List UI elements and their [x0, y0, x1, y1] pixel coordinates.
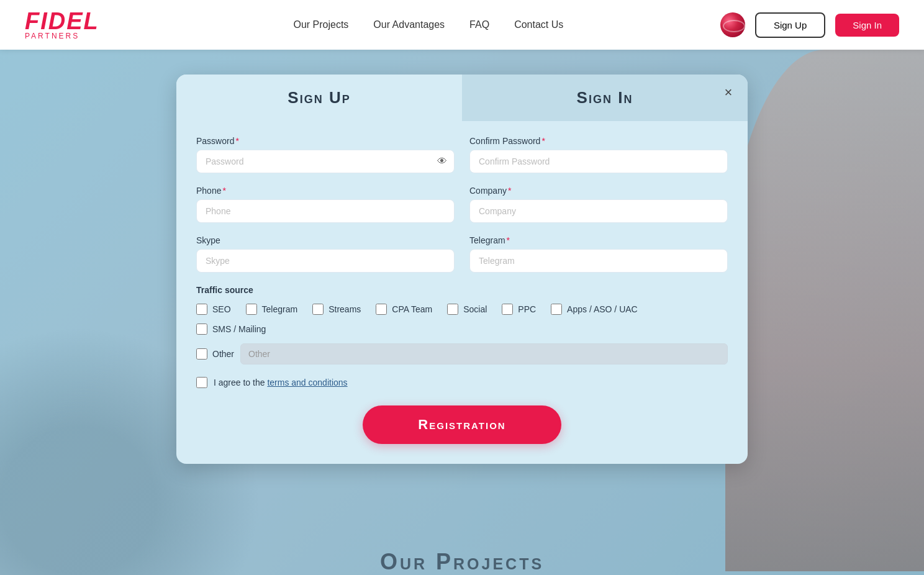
modal-tabs: Sign Up Sign In — [176, 75, 748, 121]
confirm-password-group: Confirm Password* — [469, 136, 728, 173]
other-row: Other — [196, 343, 728, 364]
checkbox-social-input[interactable] — [447, 304, 458, 315]
checkbox-seo[interactable]: SEO — [196, 304, 231, 315]
telegram-input[interactable] — [469, 249, 728, 273]
terms-checkbox[interactable] — [196, 377, 207, 388]
checkbox-other-input[interactable] — [196, 348, 207, 360]
nav-our-advantages[interactable]: Our Advantages — [373, 19, 445, 30]
checkbox-sms-input[interactable] — [196, 324, 207, 335]
signup-modal: × Sign Up Sign In Password* 👁 — [176, 75, 748, 464]
other-text-input[interactable] — [240, 343, 728, 364]
eye-toggle-icon[interactable]: 👁 — [437, 156, 447, 167]
checkbox-ppc-label: PPC — [518, 304, 536, 314]
password-label: Password* — [196, 136, 455, 146]
checkbox-cpa-team-input[interactable] — [376, 304, 387, 315]
checkbox-ppc[interactable]: PPC — [502, 304, 536, 315]
checkbox-seo-input[interactable] — [196, 304, 207, 315]
checkbox-telegram-input[interactable] — [246, 304, 257, 315]
telegram-group: Telegram* — [469, 235, 728, 273]
password-group: Password* 👁 — [196, 136, 455, 173]
terms-text: I agree to the terms and conditions — [214, 378, 348, 387]
checkbox-cpa-team[interactable]: CPA Team — [376, 304, 432, 315]
password-input[interactable] — [196, 150, 455, 173]
checkbox-social[interactable]: Social — [447, 304, 487, 315]
checkbox-streams[interactable]: Streams — [312, 304, 361, 315]
confirm-required: * — [541, 136, 545, 146]
password-required: * — [235, 136, 238, 146]
checkbox-other-label: Other — [212, 349, 234, 359]
checkbox-streams-label: Streams — [328, 304, 361, 314]
traffic-source-section: Traffic source SEO Telegram Streams — [196, 285, 728, 364]
navbar: FIDEL PARTNERS Our Projects Our Advantag… — [0, 0, 924, 50]
checkbox-telegram[interactable]: Telegram — [246, 304, 298, 315]
checkbox-telegram-label: Telegram — [262, 304, 298, 314]
password-row: Password* 👁 Confirm Password* — [196, 136, 728, 173]
company-group: Company* — [469, 186, 728, 223]
company-required: * — [508, 186, 511, 196]
skype-group: Skype — [196, 235, 455, 273]
skype-telegram-row: Skype Telegram* — [196, 235, 728, 273]
terms-row: I agree to the terms and conditions — [196, 377, 728, 388]
checkbox-other[interactable]: Other — [196, 348, 234, 360]
logo-fidel: FIDEL — [25, 9, 99, 33]
skype-input[interactable] — [196, 249, 455, 273]
phone-company-row: Phone* Company* — [196, 186, 728, 223]
checkbox-social-label: Social — [463, 304, 487, 314]
checkbox-apps-input[interactable] — [551, 304, 562, 315]
tab-signup[interactable]: Sign Up — [176, 75, 462, 121]
traffic-checkboxes-row2: SMS / Mailing — [196, 324, 728, 335]
logo: FIDEL PARTNERS — [25, 9, 99, 40]
bottom-heading: Our Projects — [380, 549, 544, 575]
nav-contact-us[interactable]: Contact Us — [514, 19, 563, 30]
tab-signin[interactable]: Sign In — [462, 75, 748, 121]
confirm-password-input[interactable] — [469, 150, 728, 173]
company-input[interactable] — [469, 199, 728, 223]
nav-our-projects[interactable]: Our Projects — [293, 19, 348, 30]
company-label: Company* — [469, 186, 728, 196]
traffic-checkboxes-row1: SEO Telegram Streams CPA Team — [196, 304, 728, 315]
registration-button[interactable]: Registration — [363, 405, 561, 444]
checkbox-sms-label: SMS / Mailing — [212, 324, 266, 334]
nav-links: Our Projects Our Advantages FAQ Contact … — [137, 19, 720, 30]
main-content: × Sign Up Sign In Password* 👁 — [0, 50, 924, 575]
nav-signup-button[interactable]: Sign Up — [755, 12, 825, 38]
language-globe-icon[interactable] — [720, 12, 745, 37]
nav-faq[interactable]: FAQ — [469, 19, 489, 30]
checkbox-ppc-input[interactable] — [502, 304, 513, 315]
phone-input[interactable] — [196, 199, 455, 223]
close-button[interactable]: × — [719, 83, 738, 102]
checkbox-apps-label: Apps / ASO / UAC — [567, 304, 638, 314]
phone-label: Phone* — [196, 186, 455, 196]
nav-signin-button[interactable]: Sign In — [835, 14, 899, 37]
checkbox-seo-label: SEO — [212, 304, 231, 314]
traffic-source-label: Traffic source — [196, 285, 728, 295]
confirm-password-label: Confirm Password* — [469, 136, 728, 146]
checkbox-sms-mailing[interactable]: SMS / Mailing — [196, 324, 266, 335]
logo-partners: PARTNERS — [25, 32, 79, 40]
phone-group: Phone* — [196, 186, 455, 223]
checkbox-apps-aso-uac[interactable]: Apps / ASO / UAC — [551, 304, 638, 315]
checkbox-cpa-team-label: CPA Team — [392, 304, 432, 314]
telegram-required: * — [507, 235, 510, 245]
phone-required: * — [222, 186, 225, 196]
terms-link[interactable]: terms and conditions — [267, 378, 347, 387]
password-input-wrap: 👁 — [196, 150, 455, 173]
nav-right: Sign Up Sign In — [720, 12, 899, 38]
modal-form-body: Password* 👁 Confirm Password* — [176, 121, 748, 464]
telegram-label: Telegram* — [469, 235, 728, 245]
skype-label: Skype — [196, 235, 455, 245]
checkbox-streams-input[interactable] — [312, 304, 324, 315]
